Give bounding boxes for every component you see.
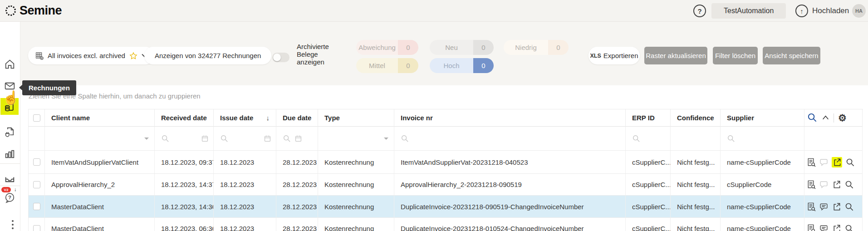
table-row-selected[interactable]: MasterDataClient 18.12.2023, 14:36 18.12… bbox=[29, 196, 863, 218]
favorite-star-icon[interactable] bbox=[129, 52, 137, 60]
badge-niedrig[interactable]: Niedrig 0 bbox=[504, 40, 569, 55]
badge-count: 0 bbox=[398, 40, 418, 55]
upload-button[interactable]: ↑ Hochladen bbox=[795, 5, 849, 17]
combo-arrow-icon[interactable] bbox=[144, 138, 149, 140]
filter-invoice-nr[interactable] bbox=[394, 127, 626, 151]
preview-search-icon[interactable] bbox=[844, 180, 854, 189]
cell-client: ApprovalHierarchy_2 bbox=[45, 174, 155, 196]
sidebar-item-reports[interactable] bbox=[3, 147, 16, 161]
cell-type: Kostenrechnung bbox=[318, 196, 394, 218]
preview-search-icon[interactable] bbox=[844, 224, 854, 231]
col-supplier[interactable]: Supplier bbox=[721, 109, 804, 127]
cell-client: MasterDataClient bbox=[45, 218, 155, 231]
workspace-button[interactable]: TestAutomation bbox=[711, 3, 786, 19]
cursor-pointer-icon: ☝ bbox=[3, 90, 19, 105]
archived-toggle[interactable] bbox=[272, 53, 289, 62]
comment-icon[interactable] bbox=[819, 180, 829, 189]
row-checkbox[interactable] bbox=[33, 158, 40, 166]
invoice-count-pill[interactable]: Anzeigen von 324277 Rechnungen bbox=[144, 47, 271, 64]
preview-search-icon[interactable] bbox=[845, 157, 855, 167]
invoice-details-icon[interactable] bbox=[806, 202, 816, 211]
comment-icon-with-notes[interactable] bbox=[819, 202, 829, 211]
external-link-icon[interactable] bbox=[832, 157, 842, 167]
select-all-checkbox[interactable] bbox=[33, 114, 40, 122]
col-confidence[interactable]: Confidence bbox=[671, 109, 721, 127]
cell-type: Kostenrechnung bbox=[318, 174, 394, 196]
logo-dotted-circle-icon bbox=[5, 5, 16, 16]
invoice-details-icon[interactable] bbox=[806, 180, 816, 189]
refresh-grid-button[interactable]: Raster aktualisieren bbox=[644, 47, 707, 64]
cell-received: 18.12.2023, 14:36 bbox=[155, 196, 214, 218]
grid-header-actions: ⚙ bbox=[804, 109, 863, 127]
filter-due-date[interactable] bbox=[276, 127, 318, 151]
sidebar-item-import-v2[interactable] bbox=[3, 172, 16, 185]
calendar-icon[interactable] bbox=[294, 134, 302, 143]
open-invoice-highlight[interactable] bbox=[832, 157, 842, 167]
help-button[interactable]: ? bbox=[693, 5, 706, 17]
badge-hoch[interactable]: Hoch 0 bbox=[430, 58, 494, 73]
svg-text:?: ? bbox=[8, 195, 11, 200]
calendar-icon[interactable] bbox=[264, 134, 271, 143]
col-due-date[interactable]: Due date bbox=[276, 109, 318, 127]
col-erp-id[interactable]: ERP ID bbox=[626, 109, 671, 127]
view-selector-dropdown[interactable]: All invoices excl. archived bbox=[28, 47, 154, 64]
xls-export-button[interactable]: XLS Exportieren bbox=[588, 47, 640, 64]
badge-count: 0 bbox=[473, 40, 494, 55]
col-client-name[interactable]: Client name bbox=[45, 109, 155, 127]
sidebar-item-einvoice[interactable] bbox=[3, 125, 16, 139]
filter-type[interactable] bbox=[318, 127, 394, 151]
sidebar-divider bbox=[0, 163, 20, 164]
preview-search-icon[interactable] bbox=[844, 202, 854, 211]
cell-confidence: Nicht festg... bbox=[671, 174, 721, 196]
more-menu-button[interactable] bbox=[12, 220, 14, 229]
combo-arrow-icon[interactable] bbox=[384, 138, 388, 140]
invoice-details-icon[interactable] bbox=[806, 157, 816, 167]
search-icon bbox=[161, 134, 169, 143]
comment-icon-with-notes[interactable] bbox=[819, 224, 829, 231]
badge-count-selected: 0 bbox=[473, 58, 494, 73]
sort-desc-icon: ↓ bbox=[266, 114, 276, 122]
calendar-icon[interactable] bbox=[201, 134, 209, 143]
filter-client-name[interactable] bbox=[45, 127, 155, 151]
row-checkbox[interactable] bbox=[33, 203, 40, 210]
col-type[interactable]: Type bbox=[318, 109, 394, 127]
grid-search-icon[interactable] bbox=[807, 113, 818, 123]
table-row[interactable]: MasterDataClient 18.12.2023, 06:36 18.12… bbox=[29, 218, 863, 231]
bar-chart-icon bbox=[4, 148, 16, 160]
cell-confidence: Nicht festg... bbox=[671, 218, 721, 231]
invoice-details-icon[interactable] bbox=[806, 224, 816, 231]
col-invoice-nr[interactable]: Invoice nr bbox=[394, 109, 626, 127]
col-received-date[interactable]: Received date bbox=[155, 109, 214, 127]
filter-received-date[interactable] bbox=[155, 127, 214, 151]
user-avatar[interactable]: HA bbox=[852, 4, 866, 18]
save-view-button[interactable]: Ansicht speichern bbox=[763, 47, 820, 64]
clear-filter-button[interactable]: Filter löschen bbox=[713, 47, 758, 64]
filter-confidence[interactable] bbox=[671, 127, 721, 151]
collapse-search-chevron-up-icon[interactable] bbox=[822, 114, 829, 122]
external-link-icon[interactable] bbox=[832, 180, 841, 189]
home-icon bbox=[4, 58, 16, 70]
row-actions bbox=[804, 196, 863, 218]
logo-text: Semine bbox=[20, 4, 62, 18]
column-settings-gear-icon[interactable]: ⚙ bbox=[838, 113, 847, 123]
badge-abweichung[interactable]: Abweichung 0 bbox=[356, 40, 418, 55]
external-link-icon[interactable] bbox=[832, 224, 841, 231]
table-row[interactable]: ItemVatAndSupplierVatClient 18.12.2023, … bbox=[29, 151, 863, 174]
filter-supplier[interactable] bbox=[721, 127, 804, 151]
row-checkbox[interactable] bbox=[33, 225, 40, 231]
filter-issue-date[interactable] bbox=[214, 127, 276, 151]
comment-icon[interactable] bbox=[819, 157, 829, 167]
filter-erp-id[interactable] bbox=[626, 127, 671, 151]
select-all-cell[interactable] bbox=[29, 109, 45, 127]
cell-due: 28.12.2023 bbox=[276, 196, 318, 218]
sidebar-item-help[interactable]: ? bbox=[3, 191, 16, 204]
table-row[interactable]: ApprovalHierarchy_2 18.12.2023, 14:37 18… bbox=[29, 174, 863, 196]
row-checkbox[interactable] bbox=[33, 181, 40, 188]
external-link-icon[interactable] bbox=[832, 202, 841, 211]
badge-mittel[interactable]: Mittel 0 bbox=[356, 58, 418, 73]
cell-erp: cSupplierC... bbox=[626, 218, 671, 231]
badge-neu[interactable]: Neu 0 bbox=[430, 40, 494, 55]
cell-confidence: Nicht festg... bbox=[671, 196, 721, 218]
sidebar-item-home[interactable] bbox=[3, 57, 16, 71]
col-issue-date[interactable]: Issue date↓ bbox=[214, 109, 276, 127]
